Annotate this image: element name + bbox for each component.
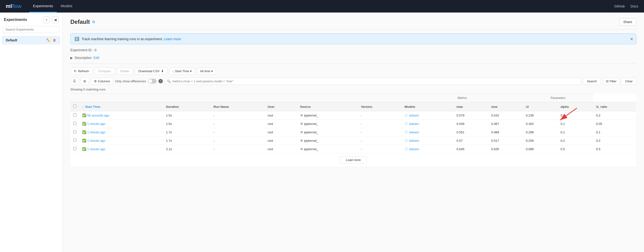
user-cell: root bbox=[265, 120, 297, 128]
column-header-row: ↓ Start Time Duration Run Name User Sour… bbox=[70, 102, 636, 111]
run-name-cell: - bbox=[210, 128, 265, 136]
model-link[interactable]: 📄 sklearn bbox=[404, 114, 450, 117]
l1-ratio-cell: 0.05 bbox=[593, 120, 636, 128]
mse-cell: 0.517 bbox=[488, 136, 523, 145]
select-all-checkbox[interactable] bbox=[73, 105, 76, 108]
collapse-sidebar-button[interactable]: ◀ bbox=[52, 16, 58, 23]
clear-button[interactable]: Clear bbox=[622, 78, 636, 85]
start-time-dropdown[interactable]: ↓ Start Time ▾ bbox=[169, 68, 195, 75]
sort-icon: ↓ bbox=[172, 69, 174, 73]
row-checkbox[interactable] bbox=[73, 122, 76, 125]
mse-cell: 0.487 bbox=[488, 120, 523, 128]
search-runs-input[interactable] bbox=[172, 78, 579, 84]
chevron-down-icon-time: ▾ bbox=[211, 69, 213, 73]
duration-cell: 2.1s bbox=[163, 145, 210, 153]
duration-cell: 1.5s bbox=[163, 120, 210, 128]
source-icon: 🖥 bbox=[300, 130, 303, 134]
source-cell: 🖥 ipykernel_ bbox=[297, 128, 358, 136]
user-cell: root bbox=[265, 145, 297, 153]
logo-flow: flow bbox=[12, 3, 22, 9]
metrics-group-header: Metrics bbox=[402, 94, 523, 102]
user-cell: root bbox=[265, 136, 297, 145]
table-row: ✅ 1 minute ago 1.5s - root 🖥 ipykernel_ … bbox=[70, 120, 636, 128]
run-link[interactable]: ✅ 1 minute ago bbox=[82, 130, 160, 134]
start-time-header[interactable]: ↓ Start Time bbox=[79, 102, 163, 111]
sidebar-item-default[interactable]: Default ✏️ 🗑 bbox=[2, 36, 60, 44]
nav-docs[interactable]: Docs bbox=[630, 4, 638, 8]
run-link[interactable]: ✅ 1 minute ago bbox=[82, 139, 160, 143]
run-name-header[interactable]: Run Name bbox=[210, 102, 265, 111]
r2-header[interactable]: r2 bbox=[523, 102, 558, 111]
load-more-button[interactable]: Load more bbox=[340, 156, 367, 164]
row-checkbox[interactable] bbox=[73, 130, 76, 133]
sidebar-title: Experiments bbox=[4, 17, 27, 22]
mse-header[interactable]: mse bbox=[488, 102, 523, 111]
edit-experiment-button[interactable]: ✏️ bbox=[46, 38, 51, 43]
r2-cell: 0.258 bbox=[523, 136, 558, 145]
sidebar: Experiments + ◀ Default ✏️ 🗑 bbox=[0, 12, 62, 252]
description-toggle-button[interactable]: ▶ bbox=[70, 56, 73, 60]
version-header[interactable]: Version bbox=[358, 102, 402, 111]
nav-experiments[interactable]: Experiments bbox=[29, 0, 57, 12]
add-experiment-button[interactable]: + bbox=[43, 16, 50, 23]
column-group-header-row: Metrics Parameters bbox=[70, 94, 636, 102]
learn-more-link[interactable]: Learn more bbox=[164, 37, 181, 41]
row-checkbox[interactable] bbox=[73, 147, 76, 150]
l1-ratio-header[interactable]: l1_ratio bbox=[593, 102, 636, 111]
refresh-icon: ↻ bbox=[74, 69, 76, 73]
compare-button[interactable]: Compare bbox=[95, 68, 115, 75]
params-group-header: Parameters bbox=[523, 94, 594, 102]
filter-button[interactable]: ⊟ Filter bbox=[603, 78, 620, 85]
success-icon: ✅ bbox=[82, 122, 86, 126]
edit-description-link[interactable]: Edit bbox=[94, 56, 99, 60]
mae-cell: 0.551 bbox=[454, 128, 488, 136]
run-name-cell: - bbox=[210, 120, 265, 128]
row-checkbox[interactable] bbox=[73, 113, 76, 116]
nav-models[interactable]: Models bbox=[57, 0, 76, 12]
download-icon: ⬇ bbox=[161, 69, 164, 73]
share-button[interactable]: Share bbox=[619, 18, 636, 25]
model-icon: 📄 bbox=[404, 130, 408, 134]
nav-github[interactable]: GitHub bbox=[614, 4, 625, 8]
r2-cell: 0.298 bbox=[523, 128, 558, 136]
models-header[interactable]: Models bbox=[402, 102, 454, 111]
model-link[interactable]: 📄 sklearn bbox=[404, 139, 450, 143]
models-cell: 📄 sklearn bbox=[402, 128, 454, 136]
source-icon: 🖥 bbox=[300, 147, 303, 151]
search-experiments-input[interactable] bbox=[3, 26, 60, 33]
run-link[interactable]: ✅ 1 minute ago bbox=[82, 122, 160, 126]
diff-toggle-switch[interactable] bbox=[148, 79, 156, 83]
alpha-header[interactable]: alpha bbox=[558, 102, 593, 111]
version-cell: - bbox=[358, 128, 402, 136]
help-icon[interactable]: ? bbox=[158, 79, 163, 83]
list-view-button[interactable]: ☰ bbox=[70, 77, 79, 85]
table-row: ✅ 1 minute ago 1.7s - root 🖥 ipykernel_ … bbox=[70, 128, 636, 136]
row-checkbox[interactable] bbox=[73, 139, 76, 142]
run-link[interactable]: ✅ 1 minute ago bbox=[82, 147, 160, 151]
user-header[interactable]: User bbox=[265, 102, 297, 111]
run-name-cell: - bbox=[210, 111, 265, 120]
grid-view-button[interactable]: ⊞ bbox=[81, 77, 89, 85]
download-csv-button[interactable]: Download CSV ⬇ bbox=[135, 68, 168, 75]
app-layout: Experiments + ◀ Default ✏️ 🗑 Default ⧉ S… bbox=[0, 12, 644, 252]
source-header[interactable]: Source bbox=[297, 102, 358, 111]
delete-button[interactable]: Delete bbox=[116, 68, 133, 75]
copy-icon[interactable]: ⧉ bbox=[92, 20, 95, 24]
refresh-button[interactable]: ↻ Refresh bbox=[70, 68, 93, 75]
all-time-dropdown[interactable]: All time ▾ bbox=[197, 68, 216, 75]
info-icon: ℹ️ bbox=[74, 36, 79, 41]
model-link[interactable]: 📄 sklearn bbox=[404, 130, 450, 134]
mae-header[interactable]: mae bbox=[454, 102, 488, 111]
delete-experiment-button[interactable]: 🗑 bbox=[52, 38, 56, 43]
columns-button[interactable]: ⚙ Columns bbox=[91, 78, 113, 85]
model-link[interactable]: 📄 sklearn bbox=[404, 147, 450, 151]
duration-header[interactable]: Duration bbox=[163, 102, 210, 111]
close-banner-button[interactable]: ✕ bbox=[630, 36, 633, 41]
search-button[interactable]: Search bbox=[583, 78, 601, 85]
l1-ratio-cell: 0.2 bbox=[593, 136, 636, 145]
run-link[interactable]: ✅ 56 seconds ago bbox=[82, 113, 160, 117]
model-link[interactable]: 📄 sklearn bbox=[404, 122, 450, 126]
load-more-row: Load more bbox=[70, 153, 636, 167]
info-banner: ℹ️ Track machine learning training runs … bbox=[70, 33, 636, 44]
sidebar-actions: + ◀ bbox=[43, 16, 58, 23]
